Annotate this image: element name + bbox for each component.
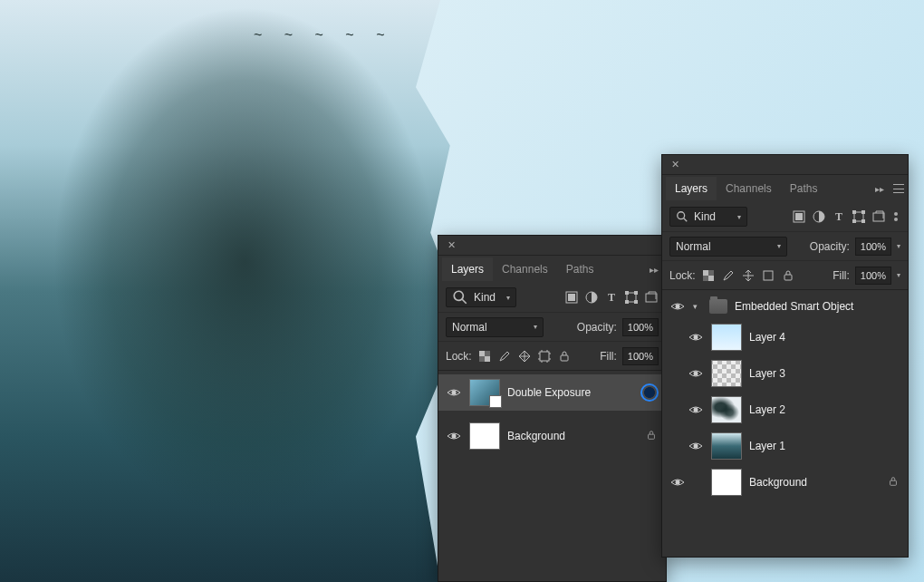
collapse-icon[interactable]: ▸▸ xyxy=(646,265,662,275)
close-icon[interactable]: ✕ xyxy=(444,239,459,251)
chevron-down-icon[interactable]: ▾ xyxy=(897,242,900,250)
filter-kind-dropdown[interactable]: Kind ▾ xyxy=(669,207,747,227)
tab-channels[interactable]: Channels xyxy=(493,257,557,281)
lock-icon[interactable] xyxy=(888,476,900,490)
visibility-toggle[interactable] xyxy=(688,402,704,418)
folder-icon xyxy=(709,299,727,314)
layer-thumbnail[interactable] xyxy=(711,396,742,423)
fill-input[interactable]: 100% xyxy=(855,267,891,285)
layers-list: Double Exposure Background xyxy=(438,370,666,581)
svg-rect-7 xyxy=(634,291,638,295)
layer-thumbnail[interactable] xyxy=(711,432,742,460)
svg-line-21 xyxy=(684,218,688,222)
filter-type-icon[interactable]: T xyxy=(604,290,619,305)
layer-thumbnail[interactable] xyxy=(469,422,500,450)
visibility-toggle[interactable] xyxy=(688,329,704,345)
chevron-down-icon: ▾ xyxy=(777,242,781,250)
search-icon xyxy=(452,289,468,306)
collapse-icon[interactable]: ▸▸ xyxy=(871,184,888,194)
svg-rect-13 xyxy=(485,351,490,356)
fill-input[interactable]: 100% xyxy=(622,347,659,365)
layer-name[interactable]: Layer 4 xyxy=(749,331,900,344)
visibility-toggle[interactable] xyxy=(446,384,462,401)
lock-position-icon[interactable] xyxy=(517,349,532,364)
layer-name[interactable]: Layer 3 xyxy=(749,367,900,380)
svg-line-1 xyxy=(462,299,466,303)
layer-row[interactable]: Layer 4 xyxy=(662,319,908,355)
layer-name[interactable]: Layer 1 xyxy=(749,440,900,452)
fill-label: Fill: xyxy=(600,350,617,363)
visibility-toggle[interactable] xyxy=(669,298,686,315)
layer-row[interactable]: Layer 3 xyxy=(662,355,908,392)
tab-layers[interactable]: Layers xyxy=(442,257,493,281)
tab-paths[interactable]: Paths xyxy=(557,257,603,281)
chevron-down-icon[interactable]: ▾ xyxy=(897,271,900,279)
layer-row[interactable]: Background xyxy=(438,418,666,454)
layer-name[interactable]: Background xyxy=(749,476,881,489)
layer-group-row[interactable]: ▾ Embedded Smart Object xyxy=(662,294,908,319)
chevron-down-icon: ▾ xyxy=(534,323,537,331)
layer-thumbnail[interactable] xyxy=(469,379,500,406)
panel-menu-icon[interactable] xyxy=(893,184,904,193)
layer-name[interactable]: Double Exposure xyxy=(507,386,633,399)
layer-thumbnail[interactable] xyxy=(711,469,742,496)
tab-paths[interactable]: Paths xyxy=(781,177,827,200)
filter-kind-dropdown[interactable]: Kind ▾ xyxy=(446,287,516,307)
blend-row: Normal ▾ Opacity: 100% ▾ xyxy=(662,231,908,260)
blend-mode-dropdown[interactable]: Normal ▾ xyxy=(669,237,787,257)
layer-row[interactable]: Double Exposure xyxy=(438,374,666,411)
visibility-toggle[interactable] xyxy=(446,428,462,444)
svg-point-37 xyxy=(676,305,680,309)
filter-type-icon[interactable]: T xyxy=(832,209,846,224)
filter-toggle-switch[interactable] xyxy=(891,212,900,221)
visibility-toggle[interactable] xyxy=(669,474,686,490)
filter-pixel-icon[interactable] xyxy=(792,209,806,224)
blend-mode-dropdown[interactable]: Normal ▾ xyxy=(446,317,544,337)
lock-artboard-icon[interactable] xyxy=(537,349,552,364)
filter-pixel-icon[interactable] xyxy=(564,290,579,305)
layers-panel-left: ✕ Layers Channels Paths ▸▸ Kind ▾ T Norm… xyxy=(438,235,667,582)
svg-rect-32 xyxy=(708,276,714,281)
visibility-toggle[interactable] xyxy=(688,365,704,382)
lock-icon[interactable] xyxy=(646,430,659,443)
visibility-toggle[interactable] xyxy=(688,438,704,454)
filter-smartobject-icon[interactable] xyxy=(871,209,886,224)
lock-all-icon[interactable] xyxy=(781,268,795,283)
lock-brush-icon[interactable] xyxy=(721,268,736,283)
close-icon[interactable]: ✕ xyxy=(668,159,683,170)
lock-all-icon[interactable] xyxy=(557,349,572,364)
tab-channels[interactable]: Channels xyxy=(717,177,781,200)
eye-icon xyxy=(688,330,703,344)
layer-row[interactable]: Layer 2 xyxy=(662,392,908,428)
panel-tabs: Layers Channels Paths ▸▸ xyxy=(662,175,908,202)
lock-brush-icon[interactable] xyxy=(497,349,512,364)
disclosure-triangle-icon[interactable]: ▾ xyxy=(693,302,702,311)
layer-name[interactable]: Background xyxy=(507,430,639,442)
lock-transparency-icon[interactable] xyxy=(477,349,492,364)
svg-rect-35 xyxy=(764,271,773,280)
filter-adjustment-icon[interactable] xyxy=(584,290,599,305)
tab-layers[interactable]: Layers xyxy=(666,177,717,200)
lock-artboard-icon[interactable] xyxy=(761,268,775,283)
panel-titlebar[interactable]: ✕ xyxy=(438,236,666,256)
svg-rect-26 xyxy=(852,210,856,214)
panel-titlebar[interactable]: ✕ xyxy=(662,155,908,175)
layer-row[interactable]: Layer 1 xyxy=(662,428,908,464)
layer-thumbnail[interactable] xyxy=(711,360,742,387)
layer-thumbnail[interactable] xyxy=(711,324,742,351)
group-name[interactable]: Embedded Smart Object xyxy=(735,300,900,313)
opacity-input[interactable]: 100% xyxy=(855,238,891,256)
lock-transparency-icon[interactable] xyxy=(701,268,716,283)
svg-rect-10 xyxy=(646,294,657,302)
filter-shape-icon[interactable] xyxy=(624,290,639,305)
cloud-badge-icon[interactable] xyxy=(640,383,659,402)
svg-rect-31 xyxy=(703,270,708,276)
layer-row[interactable]: Background xyxy=(662,464,908,500)
lock-position-icon[interactable] xyxy=(741,268,756,283)
filter-adjustment-icon[interactable] xyxy=(812,209,826,224)
layer-name[interactable]: Layer 2 xyxy=(749,403,900,416)
filter-shape-icon[interactable] xyxy=(852,209,866,224)
opacity-input[interactable]: 100% xyxy=(622,318,659,336)
filter-smartobject-icon[interactable] xyxy=(644,290,659,305)
svg-rect-28 xyxy=(852,219,856,223)
